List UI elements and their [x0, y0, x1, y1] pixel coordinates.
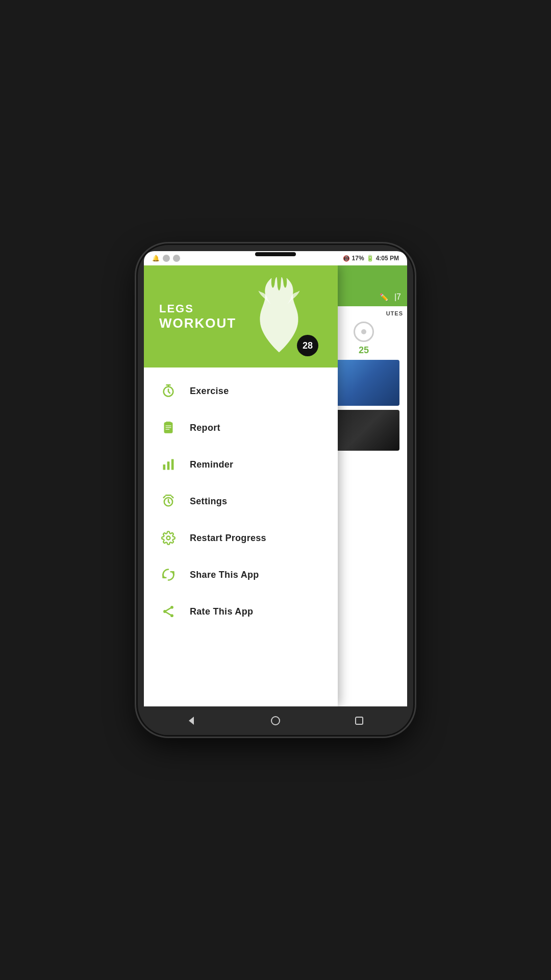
bg-circle	[354, 322, 374, 342]
nav-home-button[interactable]	[267, 713, 284, 729]
svg-rect-5	[165, 429, 169, 430]
status-dot-1	[163, 255, 170, 262]
no-signal-icon: 📵	[343, 255, 350, 262]
svg-marker-16	[189, 717, 194, 725]
status-dot-2	[173, 255, 180, 262]
exercise-label: Exercise	[190, 386, 229, 397]
svg-rect-3	[165, 425, 171, 426]
svg-rect-7	[167, 461, 170, 470]
bottom-nav	[150, 706, 401, 735]
report-label: Report	[190, 423, 220, 433]
bg-number: 25	[359, 345, 369, 356]
share-nodes-icon	[159, 602, 178, 621]
stopwatch-icon	[159, 382, 178, 400]
status-right: 📵 17% 🔋 4:05 PM	[343, 255, 399, 262]
menu-item-settings[interactable]: Settings	[144, 483, 338, 520]
battery-text: 17%	[352, 255, 364, 262]
nav-recent-button[interactable]	[351, 713, 367, 729]
svg-rect-6	[163, 464, 166, 470]
restart-progress-label: Restart Progress	[190, 533, 266, 544]
settings-label: Settings	[190, 496, 227, 507]
slash-icon: |7	[394, 292, 401, 302]
menu-item-exercise[interactable]: Exercise	[144, 373, 338, 409]
share-app-label: Share This App	[190, 570, 259, 580]
workout-type-label: LEGS	[159, 302, 236, 315]
time-text: 4:05 PM	[376, 255, 399, 262]
main-content: ✏️ |7 UTES 25 LEGS	[144, 265, 407, 706]
bg-image1	[328, 360, 399, 406]
reminder-label: Reminder	[190, 459, 233, 470]
drawer-menu: Exercise Repo	[144, 368, 338, 706]
bg-label: UTES	[386, 310, 403, 316]
alarm-clock-icon	[159, 492, 178, 510]
svg-line-15	[166, 612, 170, 615]
phone-screen: 🔔 📵 17% 🔋 4:05 PM ✏️ |7 UTES	[144, 251, 407, 735]
workout-label: WORKOUT	[159, 315, 236, 331]
notification-bell-icon: 🔔	[152, 255, 160, 262]
drawer-header-text: LEGS WORKOUT	[159, 302, 236, 331]
svg-line-14	[166, 608, 170, 610]
workout-count-badge: 28	[297, 335, 318, 356]
svg-rect-4	[165, 427, 171, 428]
bg-image2	[328, 410, 399, 451]
clipboard-icon	[159, 419, 178, 437]
svg-rect-18	[356, 717, 363, 724]
rate-app-label: Rate This App	[190, 606, 253, 617]
bar-chart-icon	[159, 455, 178, 474]
phone-notch	[255, 252, 296, 256]
drawer-header: LEGS WORKOUT	[144, 265, 338, 368]
menu-item-reminder[interactable]: Reminder	[144, 446, 338, 483]
svg-rect-8	[171, 459, 174, 470]
svg-point-10	[167, 536, 170, 540]
share-refresh-icon	[159, 566, 178, 584]
menu-item-rate[interactable]: Rate This App	[144, 593, 338, 630]
battery-icon: 🔋	[366, 255, 374, 262]
gear-icon	[159, 529, 178, 547]
svg-point-17	[271, 717, 280, 725]
phone-shell: 🔔 📵 17% 🔋 4:05 PM ✏️ |7 UTES	[138, 245, 413, 735]
status-left: 🔔	[152, 255, 180, 262]
side-drawer: LEGS WORKOUT	[144, 265, 338, 706]
menu-item-share[interactable]: Share This App	[144, 556, 338, 593]
nav-back-button[interactable]	[184, 713, 200, 729]
menu-item-restart[interactable]: Restart Progress	[144, 520, 338, 556]
menu-item-report[interactable]: Report	[144, 409, 338, 446]
edit-icon[interactable]: ✏️	[380, 293, 388, 301]
